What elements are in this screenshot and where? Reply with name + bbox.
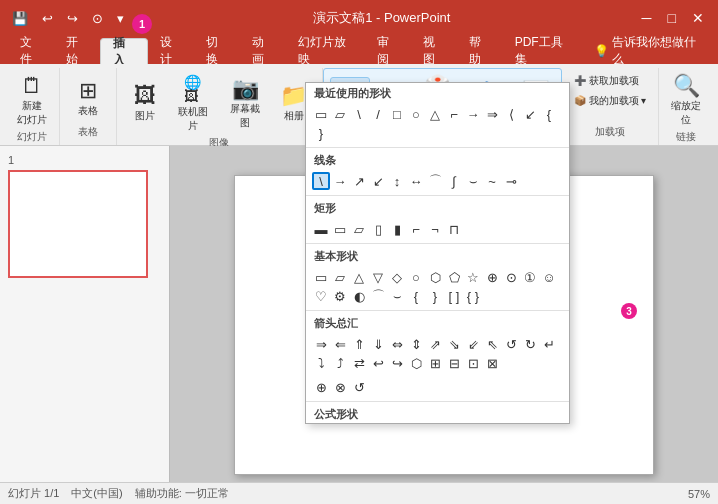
shape-icon[interactable]: ⊠: [483, 354, 501, 372]
new-slide-button[interactable]: 🗒 新建幻灯片: [12, 72, 52, 130]
shape-icon[interactable]: ○: [407, 268, 425, 286]
shape-icon[interactable]: ⇘: [445, 335, 463, 353]
my-addins-button[interactable]: 📦 我的加载项 ▾: [570, 93, 651, 109]
shape-icon[interactable]: ⌣: [464, 172, 482, 190]
shape-icon[interactable]: △: [426, 105, 444, 123]
shape-icon[interactable]: ☆: [464, 268, 482, 286]
shape-icon[interactable]: ⊡: [464, 354, 482, 372]
shape-icon[interactable]: ▯: [369, 220, 387, 238]
shape-icon[interactable]: ▽: [369, 268, 387, 286]
shape-icon[interactable]: ⊓: [445, 220, 463, 238]
shape-icon[interactable]: ⬠: [445, 268, 463, 286]
shape-icon[interactable]: ↔: [407, 172, 425, 190]
shape-icon[interactable]: □: [388, 105, 406, 123]
shape-icon[interactable]: ♡: [312, 287, 330, 305]
shape-icon[interactable]: ▭: [312, 268, 330, 286]
shape-icon[interactable]: ⇙: [464, 335, 482, 353]
close-button[interactable]: ✕: [686, 8, 710, 28]
shape-icon[interactable]: ⇒: [312, 335, 330, 353]
shape-icon[interactable]: ∫: [445, 172, 463, 190]
shape-icon[interactable]: ①: [521, 268, 539, 286]
tab-home[interactable]: 开始: [54, 38, 100, 64]
shape-icon[interactable]: }: [426, 287, 444, 305]
shape-icon[interactable]: ⊙: [502, 268, 520, 286]
shape-icon[interactable]: ▱: [350, 220, 368, 238]
shape-icon[interactable]: ⇖: [483, 335, 501, 353]
tab-view[interactable]: 视图: [411, 38, 457, 64]
screenshot-button[interactable]: 📷 屏幕截图: [221, 75, 269, 133]
tab-tell-me[interactable]: 💡 告诉我你想做什么: [582, 38, 710, 64]
shape-icon[interactable]: ⇑: [350, 335, 368, 353]
tab-insert[interactable]: 插入: [100, 38, 148, 64]
maximize-button[interactable]: □: [662, 8, 682, 28]
shape-icon[interactable]: ⌐: [407, 220, 425, 238]
shape-icon[interactable]: ▭: [312, 105, 330, 123]
online-picture-button[interactable]: 🌐🖼 联机图片: [169, 72, 217, 136]
shape-icon[interactable]: ⌣: [388, 287, 406, 305]
shape-icon[interactable]: [ ]: [445, 287, 463, 305]
zoom-button[interactable]: 🔍 缩放定位: [666, 72, 706, 130]
shape-icon[interactable]: ⊕: [312, 378, 330, 396]
redo-icon[interactable]: ↪: [63, 9, 82, 28]
shape-icon[interactable]: { }: [464, 287, 482, 305]
shape-icon[interactable]: ↵: [540, 335, 558, 353]
shape-icon[interactable]: ⬡: [426, 268, 444, 286]
tab-animation[interactable]: 动画: [240, 38, 286, 64]
shape-icon[interactable]: ☺: [540, 268, 558, 286]
tab-help[interactable]: 帮助: [457, 38, 503, 64]
shape-icon[interactable]: △: [350, 268, 368, 286]
shape-icon[interactable]: ↩: [369, 354, 387, 372]
shape-icon[interactable]: ↙: [369, 172, 387, 190]
shape-icon[interactable]: ⚙: [331, 287, 349, 305]
shape-icon[interactable]: ¬: [426, 220, 444, 238]
shape-icon[interactable]: ↙: [521, 105, 539, 123]
autosave-icon[interactable]: ⊙: [88, 9, 107, 28]
shape-icon[interactable]: ▱: [331, 105, 349, 123]
undo-icon[interactable]: ↩: [38, 9, 57, 28]
minimize-button[interactable]: ─: [636, 8, 658, 28]
shape-icon[interactable]: /: [369, 105, 387, 123]
shape-icon[interactable]: {: [407, 287, 425, 305]
table-button[interactable]: ⊞ 表格: [68, 77, 108, 121]
shape-icon[interactable]: ~: [483, 172, 501, 190]
shape-icon[interactable]: ○: [407, 105, 425, 123]
tab-design[interactable]: 设计: [148, 38, 194, 64]
shape-icon[interactable]: {: [540, 105, 558, 123]
shape-icon[interactable]: ⟨: [502, 105, 520, 123]
shape-icon[interactable]: ⬡: [407, 354, 425, 372]
shape-icon[interactable]: ⊞: [426, 354, 444, 372]
shape-icon[interactable]: ⇓: [369, 335, 387, 353]
shape-icon[interactable]: →: [331, 172, 349, 190]
tab-transition[interactable]: 切换: [194, 38, 240, 64]
shape-icon[interactable]: ⌐: [445, 105, 463, 123]
tab-pdf[interactable]: PDF工具集: [503, 38, 582, 64]
shape-line-selected[interactable]: \: [312, 172, 330, 190]
slide-thumbnail[interactable]: [8, 170, 148, 278]
shape-icon[interactable]: ⇕: [407, 335, 425, 353]
tab-slideshow[interactable]: 幻灯片放映: [286, 38, 365, 64]
shape-icon[interactable]: }: [312, 124, 330, 142]
shape-icon[interactable]: ⊕: [483, 268, 501, 286]
shape-icon[interactable]: ◇: [388, 268, 406, 286]
shape-icon[interactable]: ⤴: [331, 354, 349, 372]
zoom-level[interactable]: 57%: [688, 488, 710, 500]
shape-icon[interactable]: ↪: [388, 354, 406, 372]
shape-icon[interactable]: ⇔: [388, 335, 406, 353]
shape-icon[interactable]: ⇗: [426, 335, 444, 353]
shape-icon[interactable]: \: [350, 105, 368, 123]
shape-icon[interactable]: ⊗: [331, 378, 349, 396]
shape-icon[interactable]: ▱: [331, 268, 349, 286]
get-addins-button[interactable]: ➕ 获取加载项: [570, 73, 643, 89]
shape-icon[interactable]: ⌒: [369, 287, 387, 305]
shape-icon[interactable]: ▭: [331, 220, 349, 238]
shape-icon[interactable]: →: [464, 105, 482, 123]
save-icon[interactable]: 💾: [8, 9, 32, 28]
shape-icon[interactable]: ↻: [521, 335, 539, 353]
picture-button[interactable]: 🖼 图片: [125, 82, 165, 126]
shape-icon[interactable]: ⊟: [445, 354, 463, 372]
shape-icon[interactable]: ▮: [388, 220, 406, 238]
shape-icon[interactable]: ⊸: [502, 172, 520, 190]
tab-file[interactable]: 文件: [8, 38, 54, 64]
shape-icon[interactable]: ⌒: [426, 172, 444, 190]
shape-icon[interactable]: ⇒: [483, 105, 501, 123]
